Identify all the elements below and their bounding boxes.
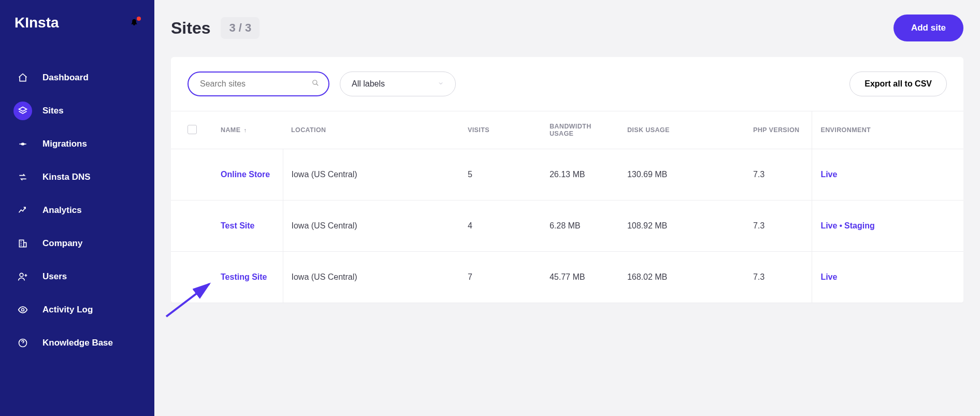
cell-visits: 7 (459, 252, 541, 303)
plug-icon (18, 139, 28, 149)
stack-icon (18, 106, 28, 116)
sidebar-item-label: Knowledge Base (42, 338, 113, 348)
cell-disk: 168.02 MB (619, 252, 745, 303)
environment-link[interactable]: Live (820, 221, 837, 230)
trend-icon (18, 205, 28, 216)
help-icon (18, 338, 28, 348)
cell-environment: Live•Staging (812, 200, 963, 252)
svg-point-3 (20, 273, 23, 277)
page-header: Sites 3 / 3 Add site (171, 15, 963, 41)
sites-count-badge: 3 / 3 (221, 17, 260, 39)
sidebar-item-users[interactable]: Users (0, 260, 154, 293)
environment-link[interactable]: Live (820, 170, 837, 179)
table-row: Online StoreIowa (US Central)526.13 MB13… (171, 149, 963, 200)
cell-location: Iowa (US Central) (283, 252, 459, 303)
cell-location: Iowa (US Central) (283, 149, 459, 200)
sidebar-item-label: Sites (42, 106, 64, 116)
search-icon (312, 79, 319, 89)
cell-bandwidth: 6.28 MB (541, 200, 619, 252)
labels-select[interactable]: All labels (340, 71, 456, 96)
search-sites-wrap[interactable] (188, 71, 329, 96)
main-content: Sites 3 / 3 Add site All labels (154, 0, 980, 416)
cell-disk: 108.92 MB (619, 200, 745, 252)
cell-bandwidth: 45.77 MB (541, 252, 619, 303)
brand-logo: KInsta (15, 15, 59, 31)
sidebar-item-label: Dashboard (42, 73, 89, 83)
select-all-checkbox[interactable] (188, 125, 197, 134)
col-disk[interactable]: DISK USAGE (619, 111, 745, 149)
env-separator: • (837, 221, 844, 230)
cell-environment: Live (812, 252, 963, 303)
sidebar-item-migrations[interactable]: Migrations (0, 127, 154, 161)
notifications-bell[interactable] (129, 18, 140, 28)
environment-link[interactable]: Live (820, 272, 837, 281)
cell-visits: 4 (459, 200, 541, 252)
chevron-down-icon (438, 79, 444, 89)
user-plus-icon (18, 271, 28, 282)
sidebar-item-dns[interactable]: Kinsta DNS (0, 161, 154, 194)
cell-visits: 5 (459, 149, 541, 200)
col-bandwidth[interactable]: BANDWIDTH USAGE (541, 111, 619, 149)
row-checkbox-cell (171, 149, 212, 200)
site-name-link[interactable]: Test Site (221, 221, 255, 230)
page-title: Sites (171, 19, 210, 38)
sidebar-item-label: Users (42, 271, 67, 282)
sidebar-item-label: Kinsta DNS (42, 172, 91, 182)
cell-disk: 130.69 MB (619, 149, 745, 200)
col-php[interactable]: PHP VERSION (745, 111, 812, 149)
svg-point-6 (313, 80, 317, 84)
sidebar-item-analytics[interactable]: Analytics (0, 194, 154, 227)
sidebar-item-label: Analytics (42, 205, 82, 216)
row-checkbox-cell (171, 252, 212, 303)
row-checkbox-cell (171, 200, 212, 252)
col-environment[interactable]: ENVIRONMENT (812, 111, 963, 149)
labels-select-value: All labels (352, 79, 385, 89)
sidebar-item-activity[interactable]: Activity Log (0, 293, 154, 326)
cell-php: 7.3 (745, 149, 812, 200)
site-name-cell: Test Site (212, 200, 283, 252)
sidebar-item-label: Company (42, 238, 82, 249)
sidebar-item-sites[interactable]: Sites (0, 94, 154, 127)
site-name-cell: Testing Site (212, 252, 283, 303)
card-toolbar: All labels Export all to CSV (171, 57, 963, 111)
sidebar-nav: Dashboard Sites Migrations Kinsta DNS An… (0, 46, 154, 360)
table-row: Test SiteIowa (US Central)46.28 MB108.92… (171, 200, 963, 252)
svg-point-4 (22, 309, 24, 311)
sites-table: NAME ↑ LOCATION VISITS BANDWIDTH USAGE D… (171, 111, 963, 303)
site-name-link[interactable]: Online Store (221, 170, 270, 179)
cell-environment: Live (812, 149, 963, 200)
arrows-icon (18, 172, 28, 182)
sidebar-item-dashboard[interactable]: Dashboard (0, 61, 154, 94)
search-input[interactable] (200, 79, 306, 89)
cell-bandwidth: 26.13 MB (541, 149, 619, 200)
add-site-button[interactable]: Add site (893, 15, 963, 41)
sidebar-item-kb[interactable]: Knowledge Base (0, 326, 154, 360)
sidebar-item-label: Migrations (42, 139, 87, 149)
environment-link[interactable]: Staging (844, 221, 875, 230)
sites-card: All labels Export all to CSV (171, 57, 963, 303)
site-name-link[interactable]: Testing Site (221, 272, 267, 281)
sidebar: KInsta Dashboard Sites Migrations Kinsta (0, 0, 154, 416)
sort-asc-icon: ↑ (243, 127, 247, 133)
cell-php: 7.3 (745, 200, 812, 252)
col-visits[interactable]: VISITS (459, 111, 541, 149)
sidebar-item-label: Activity Log (42, 305, 93, 315)
notification-dot (137, 17, 141, 21)
table-row: Testing SiteIowa (US Central)745.77 MB16… (171, 252, 963, 303)
home-icon (18, 73, 28, 83)
export-csv-button[interactable]: Export all to CSV (849, 71, 947, 96)
cell-php: 7.3 (745, 252, 812, 303)
building-icon (18, 238, 28, 249)
cell-location: Iowa (US Central) (283, 200, 459, 252)
col-name[interactable]: NAME (221, 126, 240, 134)
col-location[interactable]: LOCATION (283, 111, 459, 149)
site-name-cell: Online Store (212, 149, 283, 200)
sidebar-item-company[interactable]: Company (0, 227, 154, 260)
eye-icon (18, 305, 28, 315)
